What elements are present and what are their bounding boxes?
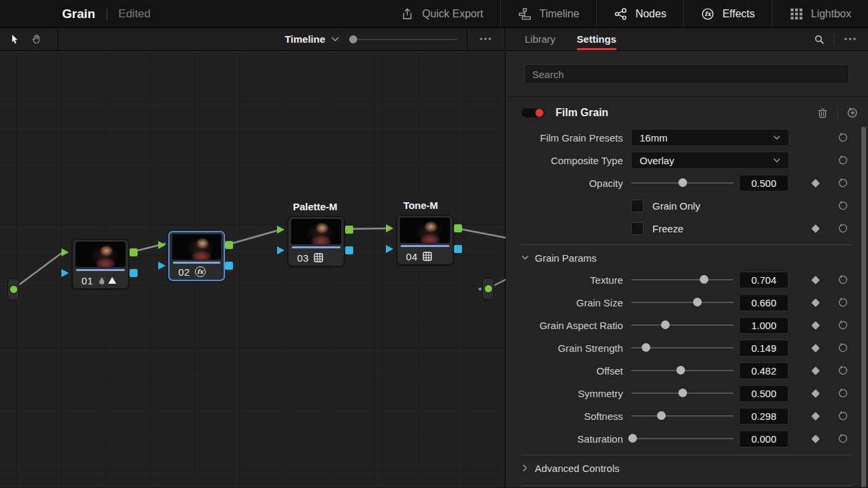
effect-enable-toggle[interactable]: [521, 107, 546, 118]
quick-export-button[interactable]: Quick Export: [383, 0, 500, 27]
softness-value[interactable]: 0.298: [739, 408, 789, 425]
key-input-port[interactable]: [61, 269, 69, 277]
rgb-output-port[interactable]: [225, 241, 233, 249]
grain-strength-slider[interactable]: [631, 343, 734, 352]
timeline-view-button[interactable]: Timeline: [500, 0, 596, 27]
reset-icon[interactable]: [838, 297, 849, 308]
texture-value[interactable]: 0.704: [739, 272, 789, 288]
reset-icon[interactable]: [838, 200, 849, 211]
offset-value[interactable]: 0.482: [739, 362, 789, 379]
grain-size-slider[interactable]: [631, 298, 734, 307]
key-output-port[interactable]: [130, 269, 138, 277]
key-input-port[interactable]: [386, 245, 393, 253]
delete-effect-trash-icon[interactable]: [817, 107, 829, 119]
keyframe-button[interactable]: [803, 368, 828, 374]
lightbox-button[interactable]: Lightbox: [772, 0, 868, 27]
keyframe-button[interactable]: [803, 180, 828, 186]
panel-scrollbar[interactable]: [861, 127, 866, 487]
saturation-value[interactable]: 0.000: [739, 431, 789, 447]
rgb-input-port[interactable]: [61, 248, 69, 256]
node-thumbnail: [172, 234, 221, 260]
panel-options-menu-button[interactable]: •••: [835, 28, 868, 50]
panel-search-button[interactable]: [805, 28, 834, 50]
keyframe-diamond-icon: [811, 389, 820, 398]
corrector-node-02[interactable]: 02 fx: [168, 231, 225, 281]
reset-icon[interactable]: [838, 411, 849, 421]
output-node[interactable]: [482, 278, 494, 300]
grain-only-checkbox[interactable]: [631, 200, 644, 212]
key-output-port[interactable]: [345, 246, 353, 254]
keyframe-button[interactable]: [803, 413, 828, 419]
grain-aspect-ratio-value[interactable]: 1.000: [739, 317, 789, 334]
key-output-port[interactable]: [454, 245, 462, 253]
reset-icon[interactable]: [838, 342, 849, 353]
keyframe-button[interactable]: [803, 391, 828, 397]
keyframe-button[interactable]: [803, 322, 828, 328]
tab-library[interactable]: Library: [525, 28, 556, 50]
source-input-node[interactable]: [7, 278, 19, 300]
keyframe-diamond-icon: [811, 412, 820, 421]
keyframe-button[interactable]: [803, 345, 828, 351]
corrector-node-04[interactable]: 04: [397, 215, 453, 265]
chevron-down-icon: [521, 255, 529, 260]
graph-zoom-slider[interactable]: [349, 35, 457, 43]
symmetry-value[interactable]: 0.500: [739, 385, 789, 402]
rgb-output-port[interactable]: [454, 224, 462, 232]
reset-icon[interactable]: [838, 320, 849, 330]
search-input[interactable]: [524, 64, 849, 84]
corrector-node-01[interactable]: 01: [72, 239, 129, 289]
rgb-input-port[interactable]: [386, 224, 393, 232]
timeline-dropdown-label[interactable]: Timeline: [284, 33, 325, 45]
composite-type-dropdown[interactable]: Overlay: [631, 152, 789, 169]
reset-icon[interactable]: [838, 132, 849, 143]
advanced-controls-section-header[interactable]: Advanced Controls: [505, 457, 868, 479]
reset-icon[interactable]: [838, 433, 849, 444]
reset-icon[interactable]: [838, 388, 849, 399]
nodes-view-button[interactable]: Nodes: [596, 0, 683, 27]
rgb-input-port[interactable]: [158, 241, 166, 249]
chevron-right-icon: [523, 465, 528, 472]
opacity-slider[interactable]: [631, 178, 734, 188]
key-input-port[interactable]: [277, 246, 284, 254]
freeze-checkbox[interactable]: [631, 222, 644, 235]
offset-slider[interactable]: [631, 366, 734, 375]
hand-icon[interactable]: [31, 33, 43, 45]
slider-knob[interactable]: [349, 35, 357, 43]
softness-slider[interactable]: [631, 411, 734, 421]
pointer-icon[interactable]: [9, 33, 21, 45]
keyframe-button[interactable]: [803, 300, 828, 306]
key-input-port[interactable]: [158, 262, 166, 270]
keyframe-diamond-icon: [811, 367, 820, 375]
effects-button[interactable]: Effects: [683, 0, 772, 27]
grain-params-section-header[interactable]: Grain Params: [505, 247, 868, 268]
film-grain-presets-dropdown[interactable]: 16mm: [631, 129, 789, 146]
rgb-input-port[interactable]: [277, 226, 284, 234]
rgb-output-port[interactable]: [130, 248, 138, 256]
effect-search-area: [505, 51, 868, 97]
key-output-port[interactable]: [225, 262, 233, 270]
opacity-value[interactable]: 0.500: [739, 175, 789, 192]
corrector-node-03[interactable]: 03: [288, 216, 345, 266]
saturation-slider[interactable]: [631, 434, 734, 443]
section-divider: [521, 455, 852, 455]
saturation-label: Saturation: [523, 433, 623, 445]
grain-strength-value[interactable]: 0.149: [739, 340, 789, 356]
keyframe-button[interactable]: [803, 226, 828, 232]
reset-icon[interactable]: [838, 223, 849, 234]
graph-options-menu-button[interactable]: •••: [467, 28, 505, 50]
reset-icon[interactable]: [838, 178, 849, 188]
grain-size-value[interactable]: 0.660: [739, 294, 789, 311]
keyframe-button[interactable]: [803, 277, 828, 283]
texture-slider[interactable]: [631, 275, 734, 284]
grain-aspect-ratio-slider[interactable]: [631, 320, 734, 330]
reset-icon[interactable]: [838, 274, 849, 285]
rgb-output-port[interactable]: [345, 226, 353, 234]
keyframe-button[interactable]: [803, 436, 828, 442]
reset-icon[interactable]: [838, 155, 849, 166]
tab-settings[interactable]: Settings: [577, 28, 616, 50]
node-graph-canvas[interactable]: 01 02 fx: [0, 51, 505, 487]
reset-icon[interactable]: [838, 365, 849, 376]
reset-all-icon[interactable]: [847, 107, 859, 119]
symmetry-slider[interactable]: [631, 389, 734, 398]
chevron-down-icon[interactable]: [331, 37, 339, 42]
